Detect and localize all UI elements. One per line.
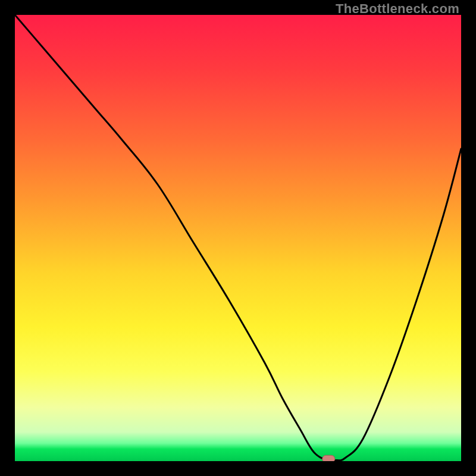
chart-frame: TheBottleneck.com — [0, 0, 476, 476]
plot-area — [15, 15, 461, 461]
bottleneck-curve — [15, 15, 461, 461]
curve-layer — [15, 15, 461, 461]
optimal-point-marker — [322, 455, 335, 461]
